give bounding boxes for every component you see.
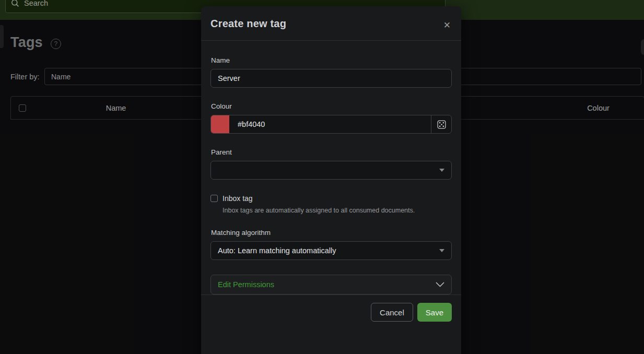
matching-algorithm-label: Matching algorithm — [211, 229, 452, 237]
chevron-down-icon — [439, 249, 444, 252]
chevron-down-icon — [436, 282, 444, 287]
edit-permissions-toggle[interactable]: Edit Permissions — [210, 275, 452, 294]
colour-field-group: Colour — [210, 102, 452, 134]
inbox-tag-hint: Inbox tags are automatically assigned to… — [223, 207, 452, 214]
parent-select[interactable] — [210, 161, 452, 180]
colour-swatch[interactable] — [211, 115, 229, 133]
random-colour-button[interactable] — [431, 115, 451, 133]
inbox-tag-label[interactable]: Inbox tag — [223, 194, 253, 203]
parent-label: Parent — [211, 148, 452, 156]
inbox-field-group: Inbox tag Inbox tags are automatically a… — [210, 194, 452, 214]
name-field-group: Name — [210, 56, 452, 88]
chevron-down-icon — [439, 169, 444, 172]
cancel-button[interactable]: Cancel — [371, 303, 413, 322]
colour-label: Colour — [211, 102, 452, 110]
matching-algorithm-value: Auto: Learn matching automatically — [218, 246, 336, 255]
edit-permissions-label: Edit Permissions — [218, 280, 274, 289]
create-tag-modal: Create new tag ✕ Name Colour — [201, 6, 461, 354]
colour-hex-input[interactable] — [229, 115, 431, 133]
dice-icon — [437, 120, 446, 129]
tag-name-input[interactable] — [210, 69, 452, 88]
name-label: Name — [211, 56, 452, 64]
matching-field-group: Matching algorithm Auto: Learn matching … — [210, 229, 452, 260]
close-icon[interactable]: ✕ — [442, 19, 452, 32]
parent-field-group: Parent — [210, 148, 452, 180]
app-window: Tags ? Filter by: Name Colour Create new… — [0, 0, 644, 354]
matching-algorithm-select[interactable]: Auto: Learn matching automatically — [210, 241, 452, 260]
save-button[interactable]: Save — [417, 303, 452, 322]
inbox-tag-checkbox[interactable] — [210, 195, 218, 202]
modal-title: Create new tag — [210, 18, 286, 30]
